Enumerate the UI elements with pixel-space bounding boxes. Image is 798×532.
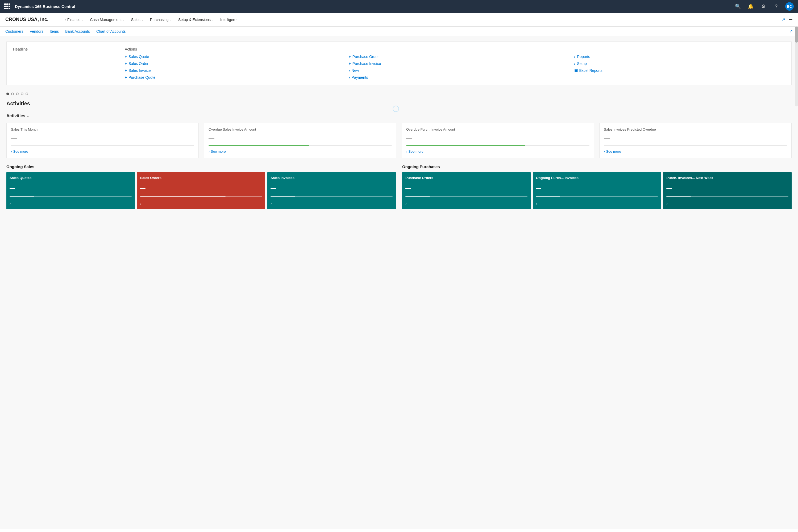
headline-section: Headline — [13, 47, 114, 79]
ongoing-purch-invoices-next-week-card[interactable]: Purch. Invoices... Next Week — › — [663, 172, 792, 209]
card-value: — — [140, 185, 262, 191]
action-reports[interactable]: › Reports — [574, 55, 785, 59]
action-purchase-quote[interactable]: + Purchase Quote — [125, 75, 338, 79]
top-bar-actions: 🔍 🔔 ⚙ ? BC — [734, 2, 794, 11]
nav-purchasing-label: Purchasing — [150, 18, 169, 22]
action-sales-quote[interactable]: + Sales Quote — [125, 55, 338, 59]
chevron-down-icon: ⌄ — [82, 18, 84, 21]
action-new[interactable]: › New — [349, 68, 564, 73]
app-logo[interactable]: Dynamics 365 Business Central — [4, 3, 734, 9]
quick-link-items[interactable]: Items — [50, 29, 59, 34]
page-indicator — [6, 89, 792, 100]
scrollbar-thumb[interactable] — [795, 26, 798, 42]
action-excel-reports[interactable]: ▣ Excel Reports — [574, 68, 785, 73]
quick-link-customers[interactable]: Customers — [5, 29, 23, 34]
chevron-right-icon: › — [11, 150, 12, 153]
action-label: Purchase Quote — [129, 75, 155, 79]
see-more-label: See more — [408, 150, 423, 153]
ongoing-sales-invoices-card[interactable]: Sales Invoices — › — [267, 172, 396, 209]
card-bar — [405, 196, 528, 196]
activity-card-title: Sales Invoices Predicted Overdue — [604, 127, 787, 132]
app-name: Dynamics 365 Business Central — [15, 4, 75, 9]
action-label: Purchase Order — [353, 55, 379, 59]
ongoing-sales-quotes-card[interactable]: Sales Quotes — › — [6, 172, 135, 209]
dot-5[interactable] — [25, 93, 28, 95]
headline-actions-panel: Headline Actions + Sales Quote + Sales O… — [6, 41, 792, 85]
action-label: Purchase Invoice — [353, 61, 381, 66]
action-label: Sales Order — [129, 61, 148, 66]
card-title: Purchase Orders — [405, 176, 528, 180]
activity-card-value: — — [604, 135, 787, 142]
action-setup[interactable]: › Setup — [574, 61, 785, 66]
plus-icon: + — [349, 61, 351, 66]
plus-icon: + — [125, 68, 127, 73]
ongoing-purchase-orders-card[interactable]: Purchase Orders — › — [402, 172, 531, 209]
see-more-link[interactable]: › See more — [209, 150, 392, 153]
activity-card-overdue-sales: Overdue Sales Invoice Amount — › See mor… — [204, 122, 396, 158]
activities-filter-label[interactable]: Activities ⌄ — [6, 114, 29, 118]
nav-item-finance[interactable]: ‹ Finance ⌄ — [62, 16, 86, 23]
action-payments[interactable]: › Payments — [349, 75, 564, 79]
see-more-link[interactable]: › See more — [406, 150, 589, 153]
chevron-right-icon: › — [666, 201, 788, 206]
action-label: Payments — [352, 75, 368, 79]
see-more-link[interactable]: › See more — [11, 150, 194, 153]
ongoing-purch-invoices-card[interactable]: Ongoing Purch... Invoices — › — [533, 172, 661, 209]
action-label: Sales Invoice — [129, 68, 151, 73]
activity-card-value: — — [406, 135, 589, 142]
chevron-right-icon: › — [209, 150, 210, 153]
action-purchase-invoice[interactable]: + Purchase Invoice — [349, 61, 564, 66]
expand-quick-links-icon[interactable]: ↗ — [789, 29, 793, 34]
ongoing-sales-orders-card[interactable]: Sales Orders — › — [137, 172, 265, 209]
chevron-right-icon: › — [574, 55, 576, 59]
search-icon[interactable]: 🔍 — [734, 3, 742, 10]
dot-4[interactable] — [21, 93, 23, 95]
card-bar — [666, 196, 788, 196]
nav-sales-label: Sales — [131, 18, 140, 22]
hamburger-icon[interactable]: ☰ — [788, 17, 793, 23]
waffle-icon[interactable] — [4, 3, 10, 9]
back-arrow-icon: ‹ — [65, 18, 66, 21]
activity-card-title: Overdue Sales Invoice Amount — [209, 127, 392, 132]
nav-item-purchasing[interactable]: Purchasing ⌄ — [147, 16, 174, 23]
card-bar — [140, 196, 262, 196]
see-more-link[interactable]: › See more — [604, 150, 787, 153]
dot-3[interactable] — [16, 93, 19, 95]
scrollbar[interactable] — [795, 26, 798, 107]
dot-1[interactable] — [6, 93, 9, 95]
nav-intelligence-label: Intelligen — [220, 18, 235, 22]
settings-icon[interactable]: ⚙ — [760, 3, 767, 10]
action-purchase-order[interactable]: + Purchase Order — [349, 55, 564, 59]
expand-icon[interactable]: ↗ — [782, 17, 785, 22]
user-avatar[interactable]: BC — [785, 2, 794, 11]
card-value: — — [405, 185, 528, 191]
notifications-icon[interactable]: 🔔 — [747, 3, 754, 10]
ongoing-purchases-title: Ongoing Purchases — [402, 165, 792, 169]
actions-grid: + Sales Quote + Sales Order + Sales Invo… — [125, 55, 785, 79]
chevron-right-icon: › — [270, 201, 393, 206]
actions-section: Actions + Sales Quote + Sales Order + Sa… — [125, 47, 785, 79]
nav-item-setup[interactable]: Setup & Extensions ⌄ — [175, 16, 216, 23]
quick-link-bank-accounts[interactable]: Bank Accounts — [65, 29, 90, 34]
chevron-right-icon: › — [349, 68, 350, 73]
ongoing-purchases-cards: Purchase Orders — › Ongoing Purch... Inv… — [402, 172, 792, 209]
plus-icon: + — [125, 75, 127, 79]
nav-item-intelligence[interactable]: Intelligen › — [217, 16, 240, 23]
activity-cards-container: Sales This Month — › See more Overdue Sa… — [6, 122, 792, 158]
main-content: Headline Actions + Sales Quote + Sales O… — [0, 36, 798, 529]
dot-2[interactable] — [11, 93, 14, 95]
nav-divider — [58, 16, 58, 23]
action-sales-invoice[interactable]: + Sales Invoice — [125, 68, 338, 73]
nav-item-cash-management[interactable]: Cash Management ⌄ — [88, 16, 128, 23]
quick-link-vendors[interactable]: Vendors — [30, 29, 43, 34]
nav-right-divider — [774, 16, 774, 23]
quick-link-chart-of-accounts[interactable]: Chart of Accounts — [96, 29, 126, 34]
activity-card-value: — — [209, 135, 392, 142]
activity-card-title: Sales This Month — [11, 127, 194, 132]
help-icon[interactable]: ? — [773, 3, 780, 10]
activity-card-title: Overdue Purch. Invoice Amount — [406, 127, 589, 132]
plus-icon: + — [349, 55, 351, 59]
activity-bar — [209, 145, 392, 146]
nav-item-sales[interactable]: Sales ⌄ — [129, 16, 146, 23]
action-sales-order[interactable]: + Sales Order — [125, 61, 338, 66]
